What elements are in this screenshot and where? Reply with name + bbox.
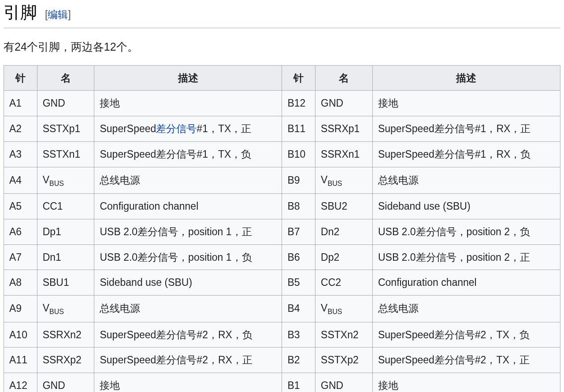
table-row: A2SSTXp1SuperSpeed差分信号#1，TX，正B11SSRXp1Su…: [4, 116, 560, 142]
cell-desc-b: 总线电源: [372, 167, 560, 193]
pin-table: 针 名 描述 针 名 描述 A1GND接地B12GND接地A2SSTXp1Sup…: [4, 65, 560, 392]
cell-name-b: VBUS: [315, 296, 373, 322]
table-row: A1GND接地B12GND接地: [4, 91, 560, 116]
section-heading: 引脚 [编辑]: [4, 0, 560, 28]
cell-name-a: Dn1: [37, 244, 94, 270]
table-row: A6Dp1USB 2.0差分信号，position 1，正B7Dn2USB 2.…: [4, 219, 560, 244]
cell-pin-a: A6: [4, 219, 37, 244]
cell-name-b: CC2: [315, 270, 373, 296]
cell-desc-a: 总线电源: [94, 167, 282, 193]
cell-pin-a: A9: [4, 296, 37, 322]
cell-desc-b: Configuration channel: [372, 270, 560, 296]
cell-pin-a: A8: [4, 270, 37, 296]
cell-pin-b: B9: [282, 167, 315, 193]
cell-pin-b: B3: [282, 322, 315, 348]
cell-name-a: SSRXp2: [37, 348, 94, 373]
cell-name-a: SSTXp1: [37, 116, 94, 142]
cell-desc-b: SuperSpeed差分信号#1，RX，正: [372, 116, 560, 142]
table-row: A7Dn1USB 2.0差分信号，position 1，负B6Dp2USB 2.…: [4, 244, 560, 270]
cell-pin-a: A1: [4, 91, 37, 116]
cell-desc-a: Sideband use (SBU): [94, 270, 282, 296]
cell-name-b: SSTXp2: [315, 348, 373, 373]
cell-pin-b: B10: [282, 141, 315, 167]
cell-name-a: GND: [37, 373, 94, 392]
cell-pin-a: A12: [4, 373, 37, 392]
cell-desc-a: Configuration channel: [94, 194, 282, 219]
table-row: A8SBU1Sideband use (SBU)B5CC2Configurati…: [4, 270, 560, 296]
cell-pin-b: B1: [282, 373, 315, 392]
intro-text: 有24个引脚，两边各12个。: [4, 39, 560, 55]
th-pin-b: 针: [282, 65, 315, 91]
cell-desc-a: SuperSpeed差分信号#2，RX，负: [94, 322, 282, 348]
cell-desc-b: SuperSpeed差分信号#2，TX，负: [372, 322, 560, 348]
cell-pin-a: A5: [4, 194, 37, 219]
cell-desc-b: Sideband use (SBU): [372, 194, 560, 219]
cell-desc-a: SuperSpeed差分信号#2，RX，正: [94, 348, 282, 373]
cell-desc-b: SuperSpeed差分信号#1，RX，负: [372, 141, 560, 167]
table-row: A5CC1Configuration channelB8SBU2Sideband…: [4, 194, 560, 219]
table-row: A11SSRXp2SuperSpeed差分信号#2，RX，正B2SSTXp2Su…: [4, 348, 560, 373]
table-row: A4VBUS总线电源B9VBUS总线电源: [4, 167, 560, 193]
th-desc-b: 描述: [372, 65, 560, 91]
cell-desc-a: USB 2.0差分信号，position 1，正: [94, 219, 282, 244]
cell-desc-a: SuperSpeed差分信号#1，TX，正: [94, 116, 282, 142]
table-row: A9VBUS总线电源B4VBUS总线电源: [4, 296, 560, 322]
cell-pin-b: B11: [282, 116, 315, 142]
cell-pin-b: B6: [282, 244, 315, 270]
cell-name-a: GND: [37, 91, 94, 116]
cell-name-b: Dn2: [315, 219, 373, 244]
cell-pin-b: B2: [282, 348, 315, 373]
cell-pin-a: A3: [4, 141, 37, 167]
cell-desc-b: USB 2.0差分信号，position 2，负: [372, 219, 560, 244]
cell-pin-a: A11: [4, 348, 37, 373]
cell-desc-a: 接地: [94, 91, 282, 116]
cell-desc-a: USB 2.0差分信号，position 1，负: [94, 244, 282, 270]
cell-desc-b: USB 2.0差分信号，position 2，正: [372, 244, 560, 270]
cell-pin-b: B5: [282, 270, 315, 296]
cell-desc-b: 接地: [372, 373, 560, 392]
cell-desc-b: 接地: [372, 91, 560, 116]
cell-name-b: SSTXn2: [315, 322, 373, 348]
cell-name-b: VBUS: [315, 167, 373, 193]
cell-name-a: VBUS: [37, 167, 94, 193]
th-name-b: 名: [315, 65, 373, 91]
cell-name-a: CC1: [37, 194, 94, 219]
cell-desc-a: 接地: [94, 373, 282, 392]
th-pin-a: 针: [4, 65, 37, 91]
cell-desc-b: 总线电源: [372, 296, 560, 322]
cell-pin-a: A7: [4, 244, 37, 270]
cell-name-a: VBUS: [37, 296, 94, 322]
table-body: A1GND接地B12GND接地A2SSTXp1SuperSpeed差分信号#1，…: [4, 91, 560, 392]
cell-name-a: SSTXn1: [37, 141, 94, 167]
edit-group: [编辑]: [45, 7, 71, 22]
cell-pin-b: B8: [282, 194, 315, 219]
edit-link[interactable]: 编辑: [48, 9, 68, 20]
th-desc-a: 描述: [94, 65, 282, 91]
cell-pin-b: B7: [282, 219, 315, 244]
link-differential-signal[interactable]: 差分信号: [156, 123, 197, 134]
cell-pin-b: B12: [282, 91, 315, 116]
cell-name-b: GND: [315, 91, 373, 116]
table-row: A10SSRXn2SuperSpeed差分信号#2，RX，负B3SSTXn2Su…: [4, 322, 560, 348]
cell-name-a: SBU1: [37, 270, 94, 296]
cell-pin-a: A2: [4, 116, 37, 142]
cell-name-b: GND: [315, 373, 373, 392]
cell-pin-a: A4: [4, 167, 37, 193]
cell-desc-b: SuperSpeed差分信号#2，TX，正: [372, 348, 560, 373]
bracket-close: ]: [68, 9, 70, 20]
table-header-row: 针 名 描述 针 名 描述: [4, 65, 560, 91]
cell-pin-a: A10: [4, 322, 37, 348]
section-title: 引脚: [4, 0, 37, 25]
cell-name-a: SSRXn2: [37, 322, 94, 348]
cell-desc-a: SuperSpeed差分信号#1，TX，负: [94, 141, 282, 167]
cell-name-b: SBU2: [315, 194, 373, 219]
cell-name-b: SSRXp1: [315, 116, 373, 142]
cell-name-a: Dp1: [37, 219, 94, 244]
cell-name-b: Dp2: [315, 244, 373, 270]
cell-name-b: SSRXn1: [315, 141, 373, 167]
cell-pin-b: B4: [282, 296, 315, 322]
cell-desc-a: 总线电源: [94, 296, 282, 322]
table-row: A12GND接地B1GND接地: [4, 373, 560, 392]
th-name-a: 名: [37, 65, 94, 91]
table-row: A3SSTXn1SuperSpeed差分信号#1，TX，负B10SSRXn1Su…: [4, 141, 560, 167]
